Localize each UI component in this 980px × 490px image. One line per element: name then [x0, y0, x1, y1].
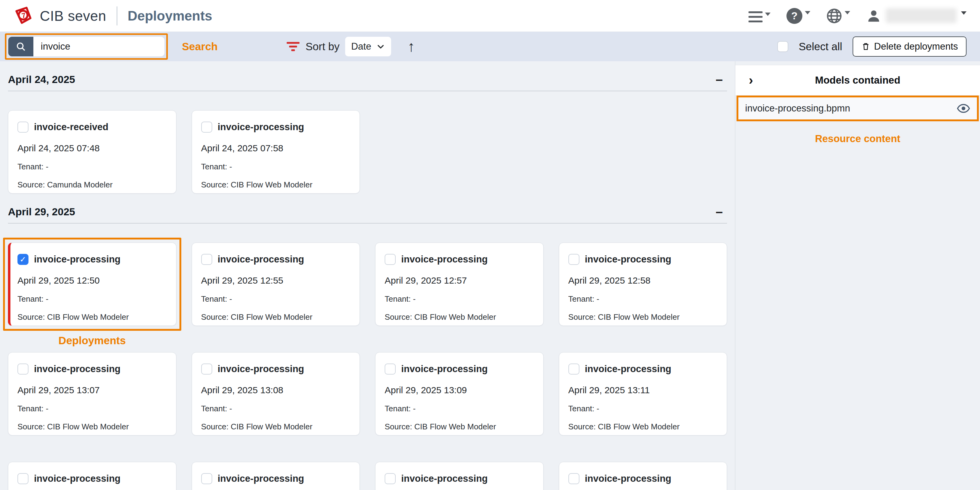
card-checkbox[interactable]: [385, 473, 396, 484]
trash-icon: [861, 41, 870, 51]
preview-model-button[interactable]: [957, 102, 970, 115]
globe-icon: [826, 8, 842, 24]
card-source: Source: CIB Flow Web Modeler: [201, 180, 351, 189]
sort-field-value: Date: [351, 41, 371, 52]
help-menu-button[interactable]: ?: [786, 8, 810, 24]
card-source: Source: CIB Flow Web Modeler: [385, 312, 534, 322]
deployment-card[interactable]: invoice-processing April 29, 2025 12:58 …: [559, 243, 727, 326]
sort-by-label: Sort by: [305, 40, 340, 52]
chevron-down-icon: [376, 42, 385, 51]
delete-deployments-button[interactable]: Delete deployments: [853, 37, 967, 57]
deployment-group: April 29, 2025 – ✓ invoice-processing Ap…: [8, 194, 727, 490]
deployment-card[interactable]: invoice-processing: [375, 462, 544, 490]
card-title: invoice-processing: [218, 122, 304, 133]
chevron-down-icon: [845, 11, 850, 14]
divider: [8, 223, 727, 224]
card-checkbox[interactable]: [201, 122, 212, 133]
deployment-card[interactable]: invoice-processing April 29, 2025 13:09 …: [375, 352, 544, 436]
card-tenant: Tenant: -: [18, 404, 167, 414]
deployment-card[interactable]: invoice-processing April 29, 2025 13:07 …: [8, 352, 177, 436]
collapse-group-button[interactable]: –: [711, 73, 727, 86]
card-source: Source: CIB Flow Web Modeler: [18, 312, 167, 322]
select-all-checkbox[interactable]: [777, 41, 788, 52]
deployment-card[interactable]: ✓ invoice-processing April 29, 2025 12:5…: [8, 243, 177, 326]
deployment-card[interactable]: invoice-received April 24, 2025 07:48 Te…: [8, 110, 177, 194]
card-checkbox[interactable]: [201, 254, 212, 265]
brand: 7 CIB seven: [13, 6, 106, 26]
models-panel-header: › Models contained: [735, 65, 980, 95]
search-annotation-box: [5, 33, 168, 60]
model-item[interactable]: invoice-processing.bpmn: [737, 95, 979, 121]
card-tenant: Tenant: -: [568, 404, 718, 414]
main-menu-button[interactable]: [748, 10, 770, 22]
card-checkbox[interactable]: [18, 364, 29, 375]
card-cell: invoice-processing April 29, 2025 12:58 …: [559, 243, 727, 326]
deployment-card[interactable]: invoice-processing April 29, 2025 12:57 …: [375, 243, 544, 326]
deployment-card[interactable]: invoice-processing: [559, 462, 727, 490]
eye-icon: [957, 102, 970, 115]
card-source: Source: Camunda Modeler: [18, 180, 167, 189]
cib-seven-logo-icon: 7: [13, 6, 33, 26]
user-icon: [866, 8, 881, 24]
sort-field-select[interactable]: Date: [345, 37, 391, 56]
card-title: invoice-processing: [585, 254, 671, 265]
card-tenant: Tenant: -: [18, 294, 167, 304]
models-panel: › Models contained invoice-processing.bp…: [735, 61, 980, 490]
card-datetime: April 29, 2025 12:57: [385, 275, 534, 286]
card-checkbox[interactable]: [568, 473, 579, 484]
card-datetime: April 29, 2025 13:09: [385, 385, 534, 395]
deployment-card[interactable]: invoice-processing April 29, 2025 12:55 …: [192, 243, 360, 326]
language-menu-button[interactable]: [826, 8, 850, 24]
deployment-card[interactable]: invoice-processing: [8, 462, 177, 490]
card-tenant: Tenant: -: [385, 404, 534, 414]
card-checkbox[interactable]: [201, 473, 212, 484]
card-checkbox[interactable]: [568, 364, 579, 375]
model-name: invoice-processing.bpmn: [745, 103, 850, 114]
sort-direction-button[interactable]: ↑: [407, 39, 415, 54]
chevron-down-icon: [961, 11, 967, 15]
card-cell: invoice-processing April 29, 2025 13:09 …: [375, 352, 544, 436]
card-datetime: April 29, 2025 12:50: [18, 275, 167, 286]
card-cell: invoice-processing April 29, 2025 13:08 …: [192, 352, 360, 436]
help-icon: ?: [786, 8, 802, 24]
card-title: invoice-processing: [34, 473, 121, 484]
card-source: Source: CIB Flow Web Modeler: [201, 422, 351, 431]
collapse-group-button[interactable]: –: [711, 205, 727, 218]
search-input[interactable]: [33, 37, 164, 56]
card-checkbox[interactable]: [18, 473, 29, 484]
card-cell: invoice-processing: [559, 462, 727, 490]
deployment-card[interactable]: invoice-processing April 29, 2025 13:11 …: [559, 352, 727, 436]
search-annotation-label: Search: [182, 40, 218, 52]
search-button[interactable]: [8, 37, 33, 56]
card-tenant: Tenant: -: [385, 294, 534, 304]
card-checkbox[interactable]: [201, 364, 212, 375]
deployment-card[interactable]: invoice-processing April 29, 2025 13:08 …: [192, 352, 360, 436]
card-datetime: April 29, 2025 13:11: [568, 385, 718, 395]
card-checkbox[interactable]: [385, 364, 396, 375]
user-menu-button[interactable]: [866, 8, 967, 24]
chevron-down-icon: [805, 11, 810, 14]
card-title: invoice-processing: [401, 364, 488, 375]
deployment-card[interactable]: invoice-processing: [192, 462, 360, 490]
divider: [117, 6, 117, 25]
card-cell: invoice-processing April 29, 2025 12:57 …: [375, 243, 544, 326]
card-title: invoice-received: [34, 122, 108, 133]
hamburger-icon: [748, 10, 762, 22]
card-source: Source: CIB Flow Web Modeler: [385, 422, 534, 431]
card-grid: invoice-received April 24, 2025 07:48 Te…: [8, 110, 727, 194]
deployment-card[interactable]: invoice-processing April 24, 2025 07:58 …: [192, 110, 360, 194]
card-cell: ✓ invoice-processing April 29, 2025 12:5…: [8, 243, 177, 326]
card-tenant: Tenant: -: [201, 404, 351, 414]
models-panel-title: Models contained: [815, 75, 900, 86]
card-tenant: Tenant: -: [568, 294, 718, 304]
deployments-list: April 24, 2025 – invoice-received April …: [0, 61, 735, 490]
card-checkbox[interactable]: [568, 254, 579, 265]
collapse-panel-chevron-icon[interactable]: ›: [749, 74, 753, 87]
search-bar: [8, 37, 164, 56]
toolbar: Search Sort by Date ↑ Select all Delete …: [0, 32, 980, 61]
card-checkbox[interactable]: [18, 122, 29, 133]
card-checkbox[interactable]: ✓: [18, 254, 29, 265]
username-redacted: [886, 8, 957, 23]
card-cell: invoice-received April 24, 2025 07:48 Te…: [8, 110, 177, 194]
card-checkbox[interactable]: [385, 254, 396, 265]
